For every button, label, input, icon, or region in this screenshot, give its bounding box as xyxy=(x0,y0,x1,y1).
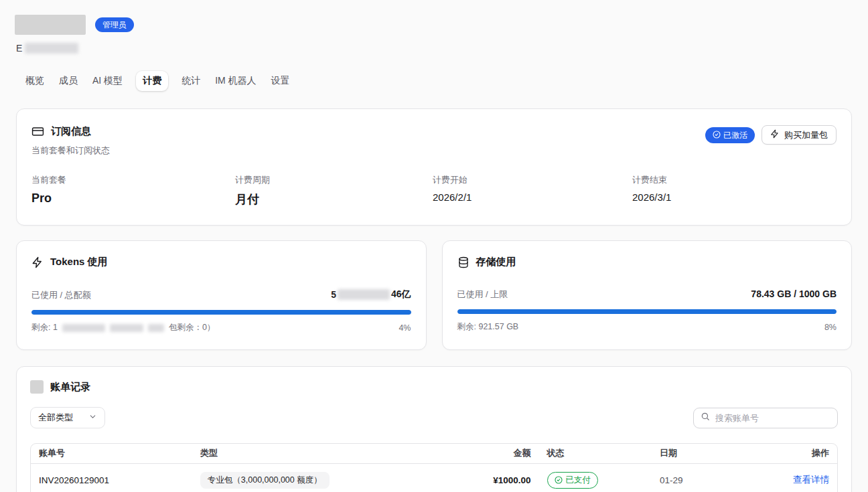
check-circle-icon xyxy=(713,131,721,140)
buy-addon-button[interactable]: 购买加量包 xyxy=(762,125,837,145)
tab-settings[interactable]: 设置 xyxy=(270,71,291,91)
org-name-redacted xyxy=(15,15,86,35)
storage-remaining: 剩余: 921.57 GB xyxy=(457,321,519,333)
tab-ai-models[interactable]: AI 模型 xyxy=(91,71,124,91)
role-badge: 管理员 xyxy=(95,17,134,32)
database-icon xyxy=(457,256,469,268)
tab-billing[interactable]: 计费 xyxy=(136,71,168,91)
role-badge-label: 管理员 xyxy=(102,21,127,29)
type-cell: 专业包（3,000,000,000 额度） xyxy=(192,463,434,492)
billing-icon-redacted xyxy=(30,380,44,394)
email-redacted xyxy=(25,43,78,54)
subscription-fields: 当前套餐 Pro 计费周期 月付 计费开始 2026/2/1 计费结束 2026… xyxy=(31,174,837,208)
email-prefix: E xyxy=(16,43,22,54)
storage-usage-label: 已使用 / 上限 xyxy=(457,289,508,301)
tokens-remaining-redacted xyxy=(62,324,105,332)
chevron-down-icon xyxy=(88,412,97,423)
zap-icon xyxy=(770,129,780,141)
tab-members[interactable]: 成员 xyxy=(58,71,79,91)
org-email: E xyxy=(16,43,852,54)
invoice-search-input[interactable] xyxy=(715,413,833,423)
billing-table: 账单号 类型 金额 状态 日期 操作 INV20260129001 专业包（3,… xyxy=(30,443,838,492)
storage-percent: 8% xyxy=(824,323,837,332)
table-row: INV20260129001 专业包（3,000,000,000 额度） ¥10… xyxy=(31,463,837,492)
tokens-card-title: Tokens 使用 xyxy=(50,256,108,268)
storage-card-title: 存储使用 xyxy=(476,256,516,268)
storage-usage-card: 存储使用 已使用 / 上限 78.43 GB / 1000 GB 剩余: 921… xyxy=(442,240,853,350)
tokens-progress-bar xyxy=(31,310,411,315)
credit-card-icon xyxy=(31,125,44,138)
field-billing-start: 计费开始 2026/2/1 xyxy=(433,174,632,208)
billing-records-card: 账单记录 全部类型 xyxy=(16,366,852,492)
billing-page: 管理员 E 概览 成员 AI 模型 计费 统计 IM 机器人 设置 订阅信息 当… xyxy=(0,0,868,492)
subscription-card: 订阅信息 当前套餐和订阅状态 已激活 购买加量包 xyxy=(16,108,852,226)
view-details-link[interactable]: 查看详情 xyxy=(793,475,829,485)
tab-stats[interactable]: 统计 xyxy=(180,71,202,91)
amount-cell: ¥1000.00 xyxy=(434,463,539,492)
current-plan-value: Pro xyxy=(31,191,235,206)
billing-card-title: 账单记录 xyxy=(50,381,90,394)
tokens-percent: 4% xyxy=(399,323,411,333)
tokens-progress-fill xyxy=(31,310,411,315)
status-cell: 已支付 xyxy=(539,463,652,492)
billing-cycle-value: 月付 xyxy=(235,191,433,208)
status-badge-label: 已激活 xyxy=(723,131,747,139)
tokens-remaining-redacted xyxy=(148,324,164,332)
field-current-plan: 当前套餐 Pro xyxy=(31,174,235,208)
tokens-usage-label: 已使用 / 总配额 xyxy=(31,289,91,301)
nav-tabs: 概览 成员 AI 模型 计费 统计 IM 机器人 设置 xyxy=(24,71,852,91)
action-cell: 查看详情 xyxy=(765,463,837,492)
org-header: 管理员 xyxy=(15,15,852,35)
invoice-search-box[interactable] xyxy=(693,408,838,428)
col-invoice: 账单号 xyxy=(31,444,192,463)
tokens-remaining-redacted xyxy=(110,324,143,332)
tab-im-bots[interactable]: IM 机器人 xyxy=(214,71,257,91)
type-filter-value: 全部类型 xyxy=(38,412,73,424)
storage-progress-fill xyxy=(457,309,837,314)
col-status: 状态 xyxy=(539,444,652,463)
zap-icon xyxy=(31,256,44,268)
field-billing-end: 计费结束 2026/3/1 xyxy=(632,174,837,208)
check-circle-icon xyxy=(555,476,563,484)
col-action: 操作 xyxy=(765,444,837,463)
tokens-usage-card: Tokens 使用 已使用 / 总配额 5 46亿 剩余: 1 xyxy=(16,240,427,350)
table-header-row: 账单号 类型 金额 状态 日期 操作 xyxy=(31,444,837,463)
tokens-remaining: 剩余: 1 包剩余：0） xyxy=(31,322,215,333)
status-badge-active: 已激活 xyxy=(705,127,755,143)
subscription-title: 订阅信息 xyxy=(51,125,91,138)
paid-status-badge: 已支付 xyxy=(547,472,599,489)
tab-overview[interactable]: 概览 xyxy=(24,71,46,91)
date-cell: 01-29 xyxy=(652,463,765,492)
type-filter-select[interactable]: 全部类型 xyxy=(30,407,105,428)
type-badge: 专业包（3,000,000,000 额度） xyxy=(200,472,330,489)
col-type: 类型 xyxy=(192,444,434,463)
buy-addon-label: 购买加量包 xyxy=(784,129,828,141)
tokens-usage-value: 5 46亿 xyxy=(331,289,411,301)
billing-start-value: 2026/2/1 xyxy=(433,191,632,203)
subscription-subtitle: 当前套餐和订阅状态 xyxy=(31,145,110,157)
invoice-cell: INV20260129001 xyxy=(31,463,192,492)
storage-progress-bar xyxy=(457,309,837,314)
billing-end-value: 2026/3/1 xyxy=(632,191,837,203)
field-billing-cycle: 计费周期 月付 xyxy=(235,174,433,208)
col-date: 日期 xyxy=(652,444,765,463)
storage-usage-value: 78.43 GB / 1000 GB xyxy=(751,289,837,299)
tokens-value-redacted xyxy=(338,289,390,300)
col-amount: 金额 xyxy=(434,444,539,463)
search-icon xyxy=(701,412,710,424)
